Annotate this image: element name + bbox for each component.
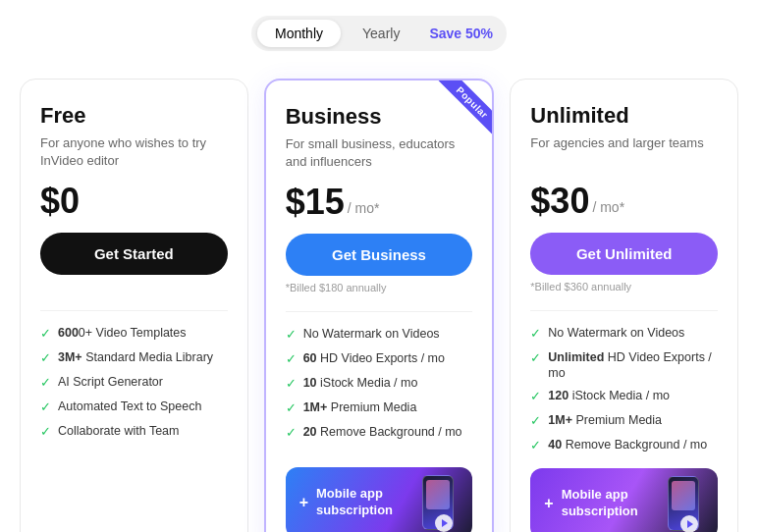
check-icon: ✓ [530,413,541,430]
check-icon: ✓ [286,327,297,344]
check-icon: ✓ [40,399,51,416]
business-card-price: $15 / mo* [286,185,473,220]
free-features-list: ✓ 6000+ Video Templates ✓ 3M+ Standard M… [40,325,228,532]
business-price-amount: $15 [286,185,345,220]
phone-image [656,468,710,532]
check-icon: ✓ [40,326,51,343]
plus-icon: + [544,495,553,512]
unlimited-price-amount: $30 [530,184,589,219]
monthly-toggle-btn[interactable]: Monthly [257,20,341,47]
unlimited-card-desc: For agencies and larger teams [530,134,718,170]
unlimited-card-price: $30 / mo* [530,184,718,219]
unlimited-billing-note: *Billed $360 annually [530,281,718,296]
free-billing-note [40,281,228,296]
list-item: ✓ 10 iStock Media / mo [286,375,473,393]
phone-image [410,467,464,532]
check-icon: ✓ [530,350,541,367]
business-cta-button[interactable]: Get Business [286,234,473,276]
popular-ribbon: Popular [425,80,492,147]
business-mobile-banner[interactable]: + Mobile appsubscription [286,467,473,532]
check-icon: ✓ [40,375,51,392]
play-icon [442,519,448,527]
business-billing-note: *Billed $180 annually [286,282,473,297]
business-features-list: ✓ No Watermark on Videos ✓ 60 HD Video E… [286,326,473,453]
unlimited-cta-button[interactable]: Get Unlimited [530,233,718,275]
list-item: ✓ 40 Remove Background / mo [530,437,718,454]
pricing-cards: Free For anyone who wishes to try InVide… [20,79,738,532]
check-icon: ✓ [286,400,297,417]
unlimited-card-title: Unlimited [530,103,718,129]
popular-label: Popular [439,80,492,136]
check-icon: ✓ [530,389,541,405]
list-item: ✓ 6000+ Video Templates [40,325,228,343]
list-item: ✓ Unlimited HD Video Exports / mo [530,349,718,382]
list-item: ✓ AI Script Generator [40,374,228,392]
business-price-period: / mo* [348,200,380,216]
play-button [680,515,698,532]
check-icon: ✓ [40,424,51,441]
list-item: ✓ 20 Remove Background / mo [286,424,473,442]
check-icon: ✓ [286,376,297,393]
list-item: ✓ Collaborate with Team [40,423,228,441]
list-item: ✓ No Watermark on Videos [286,326,473,344]
play-icon [687,520,693,528]
free-card: Free For anyone who wishes to try InVide… [20,79,248,532]
check-icon: ✓ [286,351,297,368]
list-item: ✓ No Watermark on Videos [530,325,718,343]
check-icon: ✓ [530,438,541,454]
check-icon: ✓ [286,425,297,442]
check-icon: ✓ [40,350,51,367]
business-card: Popular Business For small business, edu… [264,79,495,532]
unlimited-card: Unlimited For agencies and larger teams … [510,79,738,532]
billing-toggle: Monthly Yearly Save 50% [251,16,507,51]
list-item: ✓ 3M+ Standard Media Library [40,349,228,367]
unlimited-divider [530,310,718,311]
free-price-amount: $0 [40,184,80,219]
unlimited-features-list: ✓ No Watermark on Videos ✓ Unlimited HD … [530,325,718,454]
list-item: ✓ 60 HD Video Exports / mo [286,350,473,368]
list-item: ✓ 1M+ Premium Media [286,399,473,417]
save-badge: Save 50% [421,20,501,47]
free-card-title: Free [40,103,228,129]
list-item: ✓ 120 iStock Media / mo [530,388,718,405]
list-item: ✓ Automated Text to Speech [40,399,228,416]
free-divider [40,310,228,311]
unlimited-mobile-banner[interactable]: + Mobile appsubscription [530,468,718,532]
free-card-price: $0 [40,184,228,219]
free-cta-button[interactable]: Get Started [40,233,228,275]
plus-icon: + [299,494,308,511]
yearly-toggle-btn[interactable]: Yearly [345,20,417,47]
check-icon: ✓ [530,326,541,343]
unlimited-price-period: / mo* [592,199,624,215]
free-card-desc: For anyone who wishes to try InVideo edi… [40,134,228,170]
list-item: ✓ 1M+ Premium Media [530,412,718,430]
business-divider [286,311,473,312]
